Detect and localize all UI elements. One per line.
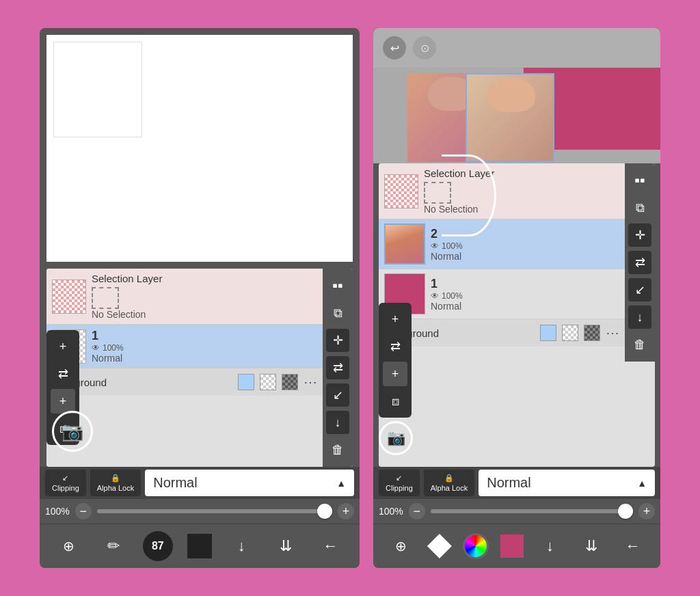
main-container: + ⇄ + ⧈ 📷 Selection Layer No Selecti bbox=[0, 0, 700, 596]
opacity-minus-button[interactable]: − bbox=[75, 503, 92, 519]
right-dup-button[interactable]: + bbox=[383, 362, 407, 386]
layer-1-opacity: 100% bbox=[103, 343, 124, 353]
color-swatch[interactable] bbox=[187, 534, 212, 558]
opacity-plus-button[interactable]: + bbox=[338, 503, 354, 519]
add-layer-button[interactable]: + bbox=[51, 334, 75, 359]
layer-1-number: 1 bbox=[92, 329, 317, 343]
send-all-down-button[interactable]: ⇊ bbox=[271, 531, 301, 561]
opacity-slider[interactable] bbox=[97, 509, 332, 513]
right-clipping-icon: ↙ bbox=[396, 474, 402, 483]
scale-icon[interactable]: ↙ bbox=[326, 383, 349, 407]
bg-dark-checker[interactable] bbox=[282, 374, 298, 390]
right-panel-toolbar: ▪▪ ⧉ ✛ ⇄ ↙ ↓ 🗑 bbox=[625, 163, 655, 362]
background-more-button[interactable]: ⋯ bbox=[304, 374, 317, 390]
layer-1-blend: Normal bbox=[92, 353, 317, 364]
forward-circle-button[interactable]: ⊙ bbox=[413, 36, 436, 59]
right-transform-button[interactable]: ⧈ bbox=[383, 389, 407, 414]
eye-icon-layer1-right: 👁 bbox=[431, 291, 439, 301]
right-move-icon[interactable]: ✛ bbox=[628, 224, 651, 247]
right-camera-icon: 📷 bbox=[387, 429, 405, 447]
selection-layer-row[interactable]: Selection Layer No Selection bbox=[46, 269, 323, 325]
brush-tool-button[interactable]: ✏ bbox=[98, 531, 129, 561]
right-diamond-tool[interactable] bbox=[427, 534, 452, 558]
flip-icon[interactable]: ⇄ bbox=[326, 356, 349, 379]
back-button-left[interactable]: ← bbox=[315, 531, 345, 561]
send-down-button[interactable]: ↓ bbox=[226, 531, 256, 561]
right-opacity-slider[interactable] bbox=[431, 509, 633, 513]
right-alpha-lock-icon: 🔒 bbox=[444, 474, 454, 483]
color-wheel[interactable] bbox=[463, 533, 489, 559]
right-layer-1-row[interactable]: 1 👁 100% Normal bbox=[379, 269, 625, 319]
right-bg-blue-swatch[interactable] bbox=[540, 325, 556, 341]
right-layer-2-blend: Normal bbox=[431, 251, 619, 262]
woman-image-2 bbox=[466, 73, 554, 162]
right-transform-tool-button[interactable]: ⊕ bbox=[386, 531, 416, 561]
selection-layer-info: Selection Layer No Selection bbox=[92, 273, 317, 320]
layer-1-info: 1 👁 100% Normal bbox=[92, 329, 317, 364]
back-circle-button[interactable]: ↩ bbox=[383, 36, 406, 59]
selection-layer-thumb bbox=[52, 280, 86, 314]
right-selection-layer-row[interactable]: Selection Layer No Selection bbox=[379, 163, 625, 219]
right-clipping-button[interactable]: ↙ Clipping bbox=[379, 470, 420, 496]
right-layer-2-opacity: 100% bbox=[442, 241, 463, 251]
right-send-all-down-button[interactable]: ⇊ bbox=[576, 531, 606, 561]
right-scale-icon[interactable]: ↙ bbox=[628, 278, 651, 301]
main-bottom-toolbar: ⊕ ✏ 87 ↓ ⇊ ← bbox=[40, 524, 360, 568]
right-layer-1-opacity: 100% bbox=[442, 291, 463, 301]
clipping-button[interactable]: ↙ Clipping bbox=[45, 470, 86, 496]
right-layers-list: Selection Layer No Selection 2 bbox=[379, 163, 625, 362]
right-alpha-lock-button[interactable]: 🔒 Alpha Lock bbox=[424, 470, 474, 496]
right-background-more-button[interactable]: ⋯ bbox=[606, 325, 619, 341]
move-icon[interactable]: ✛ bbox=[326, 329, 349, 352]
right-back-button[interactable]: ← bbox=[618, 531, 648, 561]
right-opacity-plus-button[interactable]: + bbox=[638, 503, 655, 519]
right-bg-checker-swatch[interactable] bbox=[562, 325, 578, 341]
pink-color-swatch[interactable] bbox=[500, 534, 524, 558]
opacity-slider-thumb[interactable] bbox=[317, 504, 332, 519]
alpha-lock-button[interactable]: 🔒 Alpha Lock bbox=[90, 470, 141, 496]
right-background-row[interactable]: Background ⋯ bbox=[379, 319, 625, 347]
right-layer-2-info: 2 👁 100% Normal bbox=[431, 227, 619, 262]
right-blend-mode-dropdown[interactable]: Normal ▲ bbox=[479, 470, 655, 496]
blend-mode-value: Normal bbox=[153, 475, 197, 491]
copy-icon[interactable]: ⧉ bbox=[326, 301, 349, 325]
duplicate-layer-button[interactable]: + bbox=[51, 389, 75, 414]
right-down-icon[interactable]: ↓ bbox=[628, 306, 651, 329]
right-bg-dark-checker[interactable] bbox=[584, 325, 600, 341]
right-flip-icon[interactable]: ⇄ bbox=[628, 251, 651, 274]
selection-box-indicator bbox=[92, 287, 119, 309]
right-camera-button[interactable]: 📷 bbox=[379, 421, 413, 455]
no-selection-label: No Selection bbox=[92, 309, 317, 320]
transform-tool-button[interactable]: ⊕ bbox=[54, 531, 84, 561]
alpha-lock-label: Alpha Lock bbox=[97, 484, 134, 492]
right-layer-1-number: 1 bbox=[431, 277, 619, 291]
right-copy-icon[interactable]: ⧉ bbox=[628, 196, 651, 219]
camera-button[interactable]: 📷 bbox=[52, 411, 93, 452]
right-layer-2-row[interactable]: 2 👁 100% Normal bbox=[379, 219, 625, 269]
merge-layer-button[interactable]: ⇄ bbox=[51, 362, 75, 386]
right-layer-2-number: 2 bbox=[431, 227, 619, 241]
bg-blue-swatch[interactable] bbox=[238, 374, 254, 390]
right-layer-1-info: 1 👁 100% Normal bbox=[431, 277, 619, 312]
right-main-toolbar: ⊕ ↓ ⇊ ← bbox=[373, 524, 660, 568]
bg-checker-swatch[interactable] bbox=[260, 374, 276, 390]
eye-icon-layer2: 👁 bbox=[431, 241, 439, 251]
layer-1-row[interactable]: 1 👁 100% Normal bbox=[46, 325, 323, 368]
right-blend-toolbar: ↙ Clipping 🔒 Alpha Lock Normal ▲ bbox=[373, 467, 660, 499]
right-add-layer-button[interactable]: + bbox=[383, 307, 407, 331]
background-row[interactable]: Background ⋯ bbox=[46, 368, 323, 396]
right-send-down-button[interactable]: ↓ bbox=[535, 531, 565, 561]
trash-icon[interactable]: 🗑 bbox=[326, 438, 349, 461]
right-opacity-toolbar: 100% − + bbox=[373, 499, 660, 524]
down-icon[interactable]: ↓ bbox=[326, 411, 349, 434]
right-selection-box-indicator bbox=[424, 182, 451, 204]
blend-mode-dropdown[interactable]: Normal ▲ bbox=[145, 470, 354, 496]
right-opacity-minus-button[interactable]: − bbox=[409, 503, 425, 519]
number-tool-button[interactable]: 87 bbox=[143, 531, 173, 561]
right-trash-icon[interactable]: 🗑 bbox=[628, 333, 651, 356]
right-selection-layer-thumb bbox=[384, 174, 418, 208]
layers-panel: Selection Layer No Selection 1 👁 100% bbox=[46, 269, 353, 467]
right-merge-button[interactable]: ⇄ bbox=[383, 334, 407, 359]
right-opacity-slider-thumb[interactable] bbox=[618, 504, 633, 519]
right-panel: ↩ ⊙ Se bbox=[373, 28, 660, 568]
